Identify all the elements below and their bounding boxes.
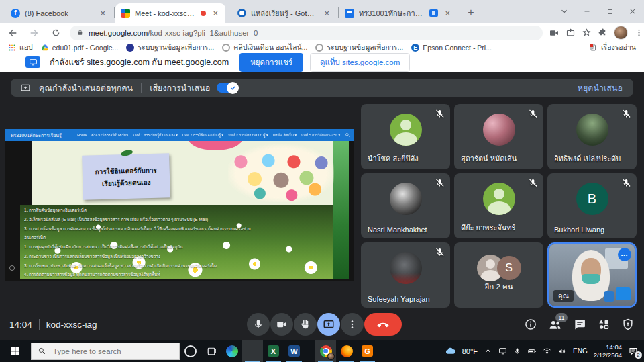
sites-menu-item: บทที่ 3 การจัดการความรู้ ▾	[228, 132, 268, 138]
action-center-button[interactable]: 2	[628, 346, 639, 357]
wifi-icon[interactable]	[543, 347, 551, 355]
forward-button[interactable]	[25, 24, 43, 42]
word-button[interactable]: W	[284, 340, 305, 362]
tab-close-icon[interactable]: ×	[211, 8, 220, 18]
window-maximize-button[interactable]	[598, 0, 621, 23]
participant-tile[interactable]: B Bukhori Liwang	[547, 173, 637, 238]
mic-muted-icon	[528, 178, 538, 188]
file-explorer-button[interactable]	[242, 340, 263, 362]
taskbar-search[interactable]	[31, 343, 180, 360]
bookmark-edu01[interactable]: edu01.pdf - Google...	[41, 44, 119, 52]
firefox-button[interactable]	[336, 340, 357, 362]
bookmark-label: คลิปเงินเดือน ออนไลน์...	[233, 42, 307, 53]
participant-tile[interactable]: Sofeeyah Yaprajan	[361, 242, 450, 308]
microphone-tray-icon[interactable]	[513, 347, 521, 355]
edge-button[interactable]	[221, 340, 242, 362]
presentation-audio-toggle[interactable]	[217, 83, 238, 93]
shared-screen-preview[interactable]: การใช้อินเตอร์กับการ เรียนรู้ด้วยตนเอง 1…	[5, 129, 354, 281]
facebook-icon: f	[11, 9, 20, 18]
windows-taskbar: X W G 80°F ENG 14:04 2/12/2564 2	[0, 340, 644, 362]
sites-menu-item: Home	[77, 133, 87, 137]
overflow-participants-tile[interactable]: S อีก 2 คน	[454, 242, 543, 308]
taskbar-clock[interactable]: 14:04 2/12/2564	[594, 343, 622, 359]
reading-list-button[interactable]: เรื่องรออ่าน	[590, 42, 636, 52]
participant-tile[interactable]: นำโชค สะยี่ปิลัง	[361, 104, 450, 169]
window-close-button[interactable]	[621, 0, 644, 23]
cortana-button[interactable]	[180, 340, 201, 362]
tab-capture-camera-icon[interactable]	[549, 28, 559, 38]
chevron-down-icon: ▾	[222, 133, 224, 137]
stop-sharing-button[interactable]: หยุดการแชร์	[239, 53, 303, 72]
extensions-puzzle-icon[interactable]	[598, 28, 608, 38]
excel-button[interactable]: X	[263, 340, 284, 362]
address-bar[interactable]: meet.google.com/kod-xxsc-iag?pli=1&authu…	[70, 26, 543, 40]
share-page-icon[interactable]	[566, 28, 576, 38]
participant-tile[interactable]: อิทธิพงด์ เปล่งประดับ	[547, 104, 637, 169]
tab-close-icon[interactable]: ×	[443, 8, 452, 18]
view-shared-tab-button[interactable]: ดูแท็บ sites.google.com	[310, 53, 410, 72]
camera-button[interactable]	[270, 313, 293, 336]
tab-gotoknow[interactable]: แหล่งเรียนรู้ - GotoKnow ×	[232, 3, 337, 23]
chevron-down-icon: ▾	[338, 133, 340, 137]
participant-tile[interactable]: สุดารัตน์ หมัดเส้น	[454, 104, 543, 169]
participant-tile[interactable]: Nasri Mankhakhet	[361, 173, 450, 238]
tab-title: แหล่งเรียนรู้ - GotoKnow	[251, 7, 317, 19]
chrome-button[interactable]	[315, 340, 336, 362]
display-tray-icon[interactable]	[498, 347, 507, 355]
presenting-text: คุณกำลังนำเสนอต่อทุกคน	[39, 81, 133, 95]
participant-tile[interactable]: ดีย๊ะ ยาพระจันทร์	[454, 173, 543, 238]
browser-menu-icon[interactable]	[634, 28, 644, 38]
tab-close-icon[interactable]: ×	[322, 8, 331, 18]
temperature[interactable]: 80°F	[462, 347, 478, 355]
meeting-details-button[interactable]	[524, 318, 537, 331]
more-options-button[interactable]	[341, 313, 364, 336]
present-screen-icon	[20, 83, 31, 93]
activities-button[interactable]	[597, 318, 610, 331]
volume-icon[interactable]	[557, 347, 567, 356]
new-tab-button[interactable]: +	[463, 5, 479, 21]
search-input[interactable]	[52, 347, 168, 356]
bookmark-epson[interactable]: E Epson Connect - Pri...	[411, 44, 492, 52]
weather-cloud-icon[interactable]	[445, 345, 456, 357]
keyboard-language[interactable]: ENG	[573, 347, 588, 355]
task-view-button[interactable]	[201, 340, 221, 362]
profile-avatar[interactable]	[614, 26, 628, 40]
cortana-icon	[184, 345, 197, 357]
bookmark-payslip[interactable]: คลิปเงินเดือน ออนไลน์...	[222, 42, 307, 53]
bookmark-apps[interactable]: แอป	[8, 42, 33, 53]
start-button[interactable]	[0, 340, 31, 362]
sites-menu-item: บทที่ 2 การใช้แหล่งเรียนรู้ ▾	[182, 132, 223, 138]
meet-side-panel-buttons: 11	[524, 309, 635, 340]
hidden-icons-chevron[interactable]	[484, 347, 492, 355]
stop-presenting-link[interactable]: หยุดนำเสนอ	[578, 81, 623, 95]
url-domain: meet.google.com	[89, 29, 148, 37]
g-app-button[interactable]: G	[357, 340, 378, 362]
recording-indicator-icon	[201, 11, 206, 16]
tab-meet-active[interactable]: Meet - kod-xxsc-iag ×	[115, 3, 225, 23]
tab-search-chevron-icon[interactable]	[553, 0, 576, 23]
tab-sites[interactable]: ทร31001ทักษะการเรียนรู้ - ดาว... ×	[339, 3, 458, 23]
bookmark-database-1[interactable]: ระบบฐานข้อมูลเพื่อการ...	[126, 42, 214, 53]
end-call-button[interactable]	[364, 313, 402, 336]
chat-button[interactable]	[573, 318, 586, 331]
tab-media-indicator-icon	[429, 9, 438, 17]
participants-button[interactable]: 11	[548, 318, 562, 332]
presentation-audio-label: เสียงการนำเสนอ	[150, 81, 210, 95]
host-controls-button[interactable]	[621, 318, 635, 331]
tab-facebook[interactable]: f (8) Facebook ×	[5, 3, 113, 23]
back-button[interactable]	[4, 24, 21, 42]
bookmark-database-2[interactable]: ระบบฐานข้อมูลเพื่อการ...	[315, 42, 403, 53]
battery-icon[interactable]	[527, 347, 537, 356]
mic-button[interactable]	[247, 313, 270, 336]
tab-close-icon[interactable]: ×	[98, 8, 107, 18]
slide-scroll-dot	[9, 265, 15, 271]
present-screen-button[interactable]	[317, 313, 340, 336]
window-minimize-button[interactable]	[576, 0, 598, 23]
reload-button[interactable]	[47, 24, 64, 42]
self-view-tile[interactable]: คุณ •••	[547, 242, 637, 308]
apps-grid-icon	[8, 44, 16, 52]
tile-options-button[interactable]: •••	[618, 248, 631, 261]
search-icon	[38, 347, 46, 355]
bookmark-star-icon[interactable]	[582, 28, 592, 38]
raise-hand-button[interactable]	[294, 313, 317, 336]
